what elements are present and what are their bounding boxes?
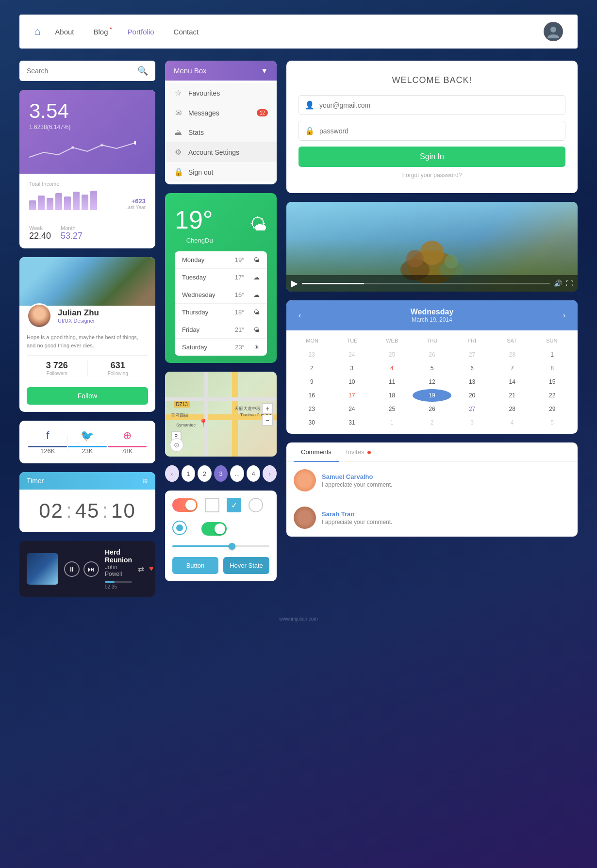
cal-day[interactable]: 12	[413, 376, 452, 388]
music-title: Herd Reunion	[105, 548, 132, 564]
cal-day[interactable]: 16	[292, 389, 332, 402]
weather-widget: 19° ChengDu 🌤 Monday 19° 🌤 Tuesday 17° ☁…	[165, 193, 277, 363]
hover-state-button[interactable]: Hover State	[223, 557, 269, 574]
cal-day[interactable]: 23	[292, 403, 332, 415]
invites-notification-dot	[367, 451, 371, 454]
timer-add-icon[interactable]: ⊕	[142, 477, 148, 485]
slider-track[interactable]	[172, 545, 269, 547]
follow-button[interactable]: Follow	[27, 387, 148, 405]
cal-day[interactable]: 4	[493, 416, 532, 429]
menu-item-account-settings[interactable]: ⚙ Account Settings	[165, 142, 277, 162]
weather-day-fri: Friday	[182, 326, 226, 333]
cal-day[interactable]: 14	[493, 376, 532, 388]
menu-item-messages[interactable]: ✉ Messages 12	[165, 103, 277, 123]
pagination-page-3[interactable]: 3	[214, 465, 228, 482]
pagination-page-4[interactable]: 4	[247, 465, 261, 482]
email-input[interactable]	[319, 101, 559, 109]
slider-thumb[interactable]	[229, 543, 235, 550]
facebook-icon: f	[28, 429, 67, 442]
cal-day[interactable]: 26	[413, 403, 452, 415]
cal-day[interactable]: 26	[413, 348, 452, 361]
video-progress-bar[interactable]	[302, 283, 550, 284]
cal-day-today[interactable]: 19	[413, 389, 452, 402]
cal-day[interactable]: 7	[493, 362, 532, 375]
nav-about[interactable]: About	[55, 28, 74, 36]
checkbox-unchecked[interactable]	[205, 498, 219, 512]
cal-day[interactable]: 29	[532, 403, 572, 415]
pagination-next[interactable]: ›	[263, 465, 277, 482]
cal-day[interactable]: 28	[493, 348, 532, 361]
stats-sub-value: 1.6238(6.147%)	[29, 124, 146, 131]
cal-day[interactable]: 28	[493, 403, 532, 415]
pagination-page-2[interactable]: 2	[198, 465, 212, 482]
cal-day[interactable]: 27	[452, 348, 492, 361]
radio-button-off[interactable]	[249, 498, 263, 512]
menu-header[interactable]: Menu Box ▼	[165, 61, 277, 81]
cal-day[interactable]: 31	[332, 416, 372, 429]
calendar-next-button[interactable]: ›	[563, 311, 565, 320]
cal-day[interactable]: 13	[452, 376, 492, 388]
password-input[interactable]	[319, 127, 559, 135]
pagination-page-1[interactable]: 1	[182, 465, 196, 482]
cal-day[interactable]: 2	[413, 416, 452, 429]
cal-day[interactable]: 17	[332, 389, 372, 402]
pagination-prev[interactable]: ‹	[165, 465, 179, 482]
cal-day[interactable]: 4	[372, 362, 412, 375]
cal-day[interactable]: 1	[372, 416, 412, 429]
toggle-switch-orange[interactable]	[172, 498, 198, 512]
cal-day[interactable]: 6	[452, 362, 492, 375]
cal-day[interactable]: 8	[532, 362, 572, 375]
cal-day[interactable]: 3	[332, 362, 372, 375]
tab-invites[interactable]: Invites	[339, 442, 378, 461]
menu-item-stats[interactable]: ⛰ Stats	[165, 123, 277, 142]
cal-day[interactable]: 2	[292, 362, 332, 375]
shuffle-icon[interactable]: ⇄	[138, 564, 144, 573]
cal-day[interactable]: 15	[532, 376, 572, 388]
home-icon[interactable]: ⌂	[34, 25, 40, 38]
cal-day[interactable]: 24	[332, 348, 372, 361]
tab-comments[interactable]: Comments	[294, 442, 339, 461]
forgot-password-link[interactable]: Forgot your password?	[298, 172, 565, 179]
search-input[interactable]	[27, 67, 133, 75]
checkbox-checked[interactable]: ✓	[227, 498, 241, 512]
nav-blog[interactable]: Blog	[94, 28, 108, 36]
heart-icon[interactable]: ♥	[149, 564, 154, 573]
radio-button-on[interactable]	[172, 521, 187, 535]
cal-day[interactable]: 5	[413, 362, 452, 375]
music-pause-button[interactable]: ⏸	[64, 561, 80, 577]
cal-day[interactable]: 24	[332, 403, 372, 415]
menu-item-signout[interactable]: 🔒 Sign out	[165, 162, 277, 182]
video-play-button[interactable]: ▶	[291, 278, 298, 289]
cal-day[interactable]: 21	[493, 389, 532, 402]
cal-day[interactable]: 22	[532, 389, 572, 402]
cal-day[interactable]: 1	[532, 348, 572, 361]
map-zoom-in[interactable]: +	[262, 403, 273, 414]
search-icon[interactable]: 🔍	[137, 66, 148, 76]
cal-day[interactable]: 20	[452, 389, 492, 402]
cal-day[interactable]: 25	[372, 348, 412, 361]
normal-button[interactable]: Button	[172, 557, 218, 574]
cal-day[interactable]: 30	[292, 416, 332, 429]
nav-contact[interactable]: Contact	[174, 28, 199, 36]
nav-portfolio[interactable]: Portfolio	[128, 28, 154, 36]
toggle-switch-green[interactable]	[201, 522, 227, 536]
cal-day[interactable]: 3	[452, 416, 492, 429]
cal-day[interactable]: 11	[372, 376, 412, 388]
calendar-prev-button[interactable]: ‹	[298, 311, 301, 320]
nav-items: About Blog Portfolio Contact	[55, 28, 544, 36]
cal-day[interactable]: 27	[452, 403, 492, 415]
profile-stats: 3 726 Followers 631 Following	[27, 355, 148, 381]
volume-icon[interactable]: 🔊	[554, 279, 562, 287]
cal-day[interactable]: 5	[532, 416, 572, 429]
menu-item-favourites[interactable]: ☆ Favourites	[165, 83, 277, 103]
cal-day[interactable]: 18	[372, 389, 412, 402]
cal-day[interactable]: 10	[332, 376, 372, 388]
user-avatar[interactable]	[544, 22, 563, 41]
fullscreen-icon[interactable]: ⛶	[566, 279, 573, 287]
signin-button[interactable]: Sgin In	[298, 147, 565, 167]
cal-day[interactable]: 9	[292, 376, 332, 388]
cal-day[interactable]: 23	[292, 348, 332, 361]
map-zoom-out[interactable]: −	[262, 415, 273, 426]
music-next-button[interactable]: ⏭	[83, 561, 99, 577]
cal-day[interactable]: 25	[372, 403, 412, 415]
